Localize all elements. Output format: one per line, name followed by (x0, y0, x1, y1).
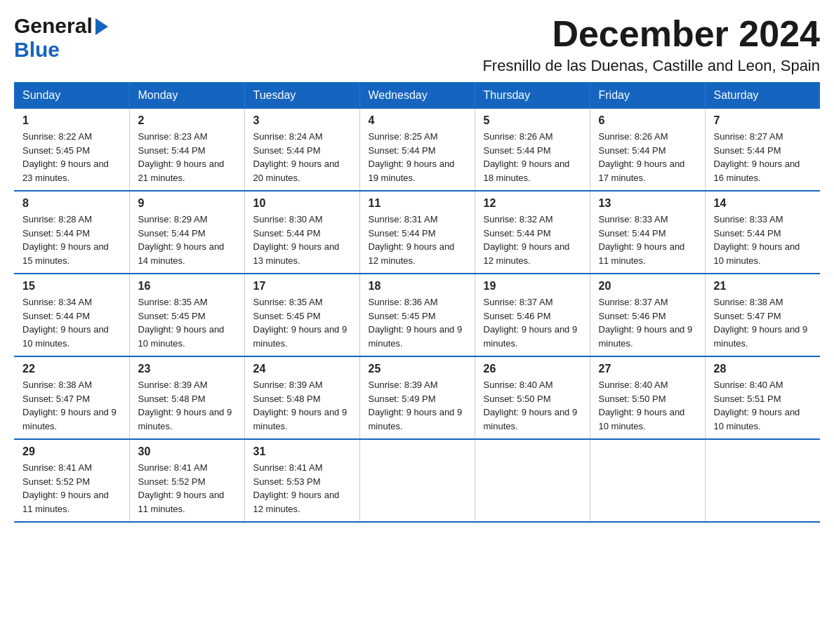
day-info: Sunrise: 8:23 AM Sunset: 5:44 PM Dayligh… (138, 130, 236, 185)
daylight-text: Daylight: 9 hours and 9 minutes. (484, 405, 581, 433)
sunrise-text: Sunrise: 8:26 AM (484, 130, 581, 144)
calendar-day-cell: 18 Sunrise: 8:36 AM Sunset: 5:45 PM Dayl… (359, 274, 475, 356)
day-number: 23 (138, 363, 236, 375)
day-info: Sunrise: 8:35 AM Sunset: 5:45 PM Dayligh… (138, 295, 236, 350)
calendar-day-cell: 24 Sunrise: 8:39 AM Sunset: 5:48 PM Dayl… (244, 356, 359, 439)
sunset-text: Sunset: 5:51 PM (714, 392, 812, 406)
daylight-text: Daylight: 9 hours and 10 minutes. (714, 240, 812, 267)
daylight-text: Daylight: 9 hours and 11 minutes. (138, 488, 236, 516)
sunset-text: Sunset: 5:45 PM (22, 144, 121, 158)
sunrise-text: Sunrise: 8:24 AM (253, 130, 351, 144)
day-info: Sunrise: 8:36 AM Sunset: 5:45 PM Dayligh… (369, 295, 466, 350)
month-title: December 2024 (482, 14, 820, 54)
calendar-day-cell: 1 Sunrise: 8:22 AM Sunset: 5:45 PM Dayli… (14, 109, 129, 191)
daylight-text: Daylight: 9 hours and 12 minutes. (484, 240, 581, 267)
day-number: 31 (253, 445, 351, 458)
col-thursday: Thursday (475, 82, 590, 109)
day-info: Sunrise: 8:25 AM Sunset: 5:44 PM Dayligh… (369, 130, 466, 185)
sunset-text: Sunset: 5:44 PM (138, 144, 236, 158)
sunset-text: Sunset: 5:45 PM (253, 309, 351, 323)
daylight-text: Daylight: 9 hours and 18 minutes. (484, 157, 581, 185)
day-info: Sunrise: 8:26 AM Sunset: 5:44 PM Dayligh… (599, 130, 696, 185)
day-info: Sunrise: 8:41 AM Sunset: 5:52 PM Dayligh… (138, 461, 236, 516)
daylight-text: Daylight: 9 hours and 20 minutes. (253, 157, 351, 185)
daylight-text: Daylight: 9 hours and 12 minutes. (369, 240, 466, 267)
daylight-text: Daylight: 9 hours and 23 minutes. (22, 157, 121, 185)
calendar-day-cell: 21 Sunrise: 8:38 AM Sunset: 5:47 PM Dayl… (705, 274, 820, 356)
col-saturday: Saturday (705, 82, 820, 109)
day-info: Sunrise: 8:31 AM Sunset: 5:44 PM Dayligh… (369, 213, 466, 267)
calendar-day-cell: 25 Sunrise: 8:39 AM Sunset: 5:49 PM Dayl… (359, 356, 475, 439)
col-monday: Monday (129, 82, 244, 109)
calendar-day-cell: 30 Sunrise: 8:41 AM Sunset: 5:52 PM Dayl… (129, 439, 244, 522)
day-info: Sunrise: 8:39 AM Sunset: 5:48 PM Dayligh… (253, 378, 351, 433)
day-number: 16 (138, 280, 236, 293)
daylight-text: Daylight: 9 hours and 16 minutes. (714, 157, 812, 185)
calendar-day-cell: 12 Sunrise: 8:32 AM Sunset: 5:44 PM Dayl… (475, 191, 590, 274)
daylight-text: Daylight: 9 hours and 9 minutes. (369, 405, 466, 433)
title-block: December 2024 Fresnillo de las Duenas, C… (482, 14, 820, 75)
daylight-text: Daylight: 9 hours and 9 minutes. (253, 323, 351, 350)
calendar-day-cell: 20 Sunrise: 8:37 AM Sunset: 5:46 PM Dayl… (590, 274, 705, 356)
sunrise-text: Sunrise: 8:22 AM (22, 130, 121, 144)
calendar-header-row: Sunday Monday Tuesday Wednesday Thursday… (14, 82, 820, 109)
day-number: 1 (22, 114, 121, 127)
sunset-text: Sunset: 5:50 PM (599, 392, 696, 406)
sunset-text: Sunset: 5:44 PM (714, 227, 812, 241)
day-info: Sunrise: 8:39 AM Sunset: 5:48 PM Dayligh… (138, 378, 236, 433)
sunrise-text: Sunrise: 8:39 AM (253, 378, 351, 392)
calendar-day-cell: 5 Sunrise: 8:26 AM Sunset: 5:44 PM Dayli… (475, 109, 590, 191)
calendar-day-cell: 26 Sunrise: 8:40 AM Sunset: 5:50 PM Dayl… (475, 356, 590, 439)
calendar-day-cell (359, 439, 475, 522)
calendar-day-cell: 22 Sunrise: 8:38 AM Sunset: 5:47 PM Dayl… (14, 356, 129, 439)
daylight-text: Daylight: 9 hours and 17 minutes. (599, 157, 696, 185)
calendar-day-cell: 23 Sunrise: 8:39 AM Sunset: 5:48 PM Dayl… (129, 356, 244, 439)
day-number: 6 (599, 114, 696, 127)
sunrise-text: Sunrise: 8:35 AM (253, 295, 351, 309)
sunset-text: Sunset: 5:47 PM (714, 309, 812, 323)
sunset-text: Sunset: 5:45 PM (138, 309, 236, 323)
calendar-day-cell: 31 Sunrise: 8:41 AM Sunset: 5:53 PM Dayl… (244, 439, 359, 522)
calendar-day-cell (475, 439, 590, 522)
calendar-day-cell: 19 Sunrise: 8:37 AM Sunset: 5:46 PM Dayl… (475, 274, 590, 356)
day-number: 25 (369, 363, 466, 375)
day-number: 22 (22, 363, 121, 375)
sunrise-text: Sunrise: 8:41 AM (22, 461, 121, 475)
sunset-text: Sunset: 5:44 PM (484, 144, 581, 158)
daylight-text: Daylight: 9 hours and 9 minutes. (138, 405, 236, 433)
daylight-text: Daylight: 9 hours and 9 minutes. (369, 323, 466, 350)
calendar-day-cell: 11 Sunrise: 8:31 AM Sunset: 5:44 PM Dayl… (359, 191, 475, 274)
day-info: Sunrise: 8:37 AM Sunset: 5:46 PM Dayligh… (599, 295, 696, 350)
day-info: Sunrise: 8:24 AM Sunset: 5:44 PM Dayligh… (253, 130, 351, 185)
header: General Blue December 2024 Fresnillo de … (14, 14, 820, 75)
daylight-text: Daylight: 9 hours and 11 minutes. (599, 240, 696, 267)
sunrise-text: Sunrise: 8:38 AM (22, 378, 121, 392)
col-tuesday: Tuesday (244, 82, 359, 109)
sunrise-text: Sunrise: 8:34 AM (22, 295, 121, 309)
daylight-text: Daylight: 9 hours and 9 minutes. (253, 405, 351, 433)
calendar-day-cell: 17 Sunrise: 8:35 AM Sunset: 5:45 PM Dayl… (244, 274, 359, 356)
sunset-text: Sunset: 5:47 PM (22, 392, 121, 406)
calendar-day-cell: 8 Sunrise: 8:28 AM Sunset: 5:44 PM Dayli… (14, 191, 129, 274)
col-friday: Friday (590, 82, 705, 109)
day-info: Sunrise: 8:40 AM Sunset: 5:50 PM Dayligh… (599, 378, 696, 433)
daylight-text: Daylight: 9 hours and 19 minutes. (369, 157, 466, 185)
day-number: 3 (253, 114, 351, 127)
col-sunday: Sunday (14, 82, 129, 109)
day-info: Sunrise: 8:40 AM Sunset: 5:50 PM Dayligh… (484, 378, 581, 433)
sunset-text: Sunset: 5:44 PM (369, 144, 466, 158)
day-info: Sunrise: 8:33 AM Sunset: 5:44 PM Dayligh… (714, 213, 812, 267)
logo: General Blue (14, 14, 108, 62)
sunrise-text: Sunrise: 8:23 AM (138, 130, 236, 144)
calendar-day-cell: 28 Sunrise: 8:40 AM Sunset: 5:51 PM Dayl… (705, 356, 820, 439)
day-number: 18 (369, 280, 466, 293)
sunset-text: Sunset: 5:53 PM (253, 475, 351, 489)
day-number: 30 (138, 445, 236, 458)
sunrise-text: Sunrise: 8:31 AM (369, 213, 466, 227)
sunset-text: Sunset: 5:48 PM (138, 392, 236, 406)
sunset-text: Sunset: 5:46 PM (599, 309, 696, 323)
day-number: 26 (484, 363, 581, 375)
sunset-text: Sunset: 5:48 PM (253, 392, 351, 406)
day-number: 27 (599, 363, 696, 375)
calendar-week-row: 22 Sunrise: 8:38 AM Sunset: 5:47 PM Dayl… (14, 356, 820, 439)
